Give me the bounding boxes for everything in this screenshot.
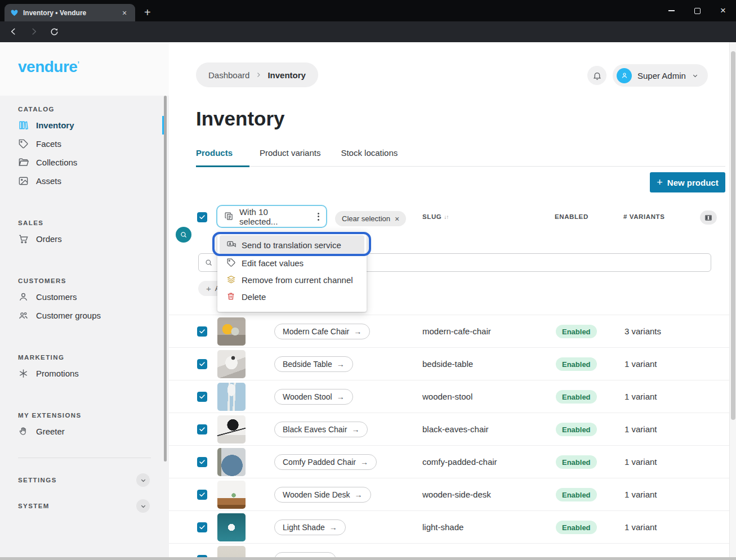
chevron-down-icon bbox=[692, 72, 699, 79]
sidebar-scrollbar[interactable] bbox=[164, 96, 167, 462]
clear-selection-button[interactable]: Clear selection × bbox=[335, 211, 406, 226]
table-row[interactable]: Modern Cafe Chair→ modern-cafe-chair Ena… bbox=[169, 315, 729, 347]
row-checkbox[interactable] bbox=[197, 457, 207, 467]
tab-stock-locations[interactable]: Stock locations bbox=[331, 147, 408, 167]
tag-icon bbox=[226, 258, 237, 268]
browser-tabbar: Inventory • Vendure × + × bbox=[0, 0, 736, 21]
sidebar-item-label: Collections bbox=[36, 158, 77, 167]
product-name-link[interactable]: Black Eaves Chair→ bbox=[274, 422, 368, 437]
table-row[interactable]: Wooden Side Desk→ wooden-side-desk Enabl… bbox=[169, 478, 729, 510]
sidebar-item-facets[interactable]: Facets bbox=[0, 135, 169, 153]
back-button[interactable] bbox=[7, 25, 20, 38]
arrow-right-icon: → bbox=[337, 360, 345, 369]
books-icon bbox=[18, 120, 29, 131]
page-scrollbar[interactable] bbox=[729, 42, 736, 560]
table-row[interactable]: Comfy Padded Chair→ comfy-padded-chair E… bbox=[169, 445, 729, 478]
scrollbar-thumb[interactable] bbox=[731, 51, 735, 420]
product-name-link[interactable]: Wooden Side Desk→ bbox=[274, 487, 371, 503]
column-header-variants: # VARIANTS bbox=[623, 213, 665, 220]
variant-count: 1 variant bbox=[625, 392, 657, 401]
tab-close-icon[interactable]: × bbox=[119, 8, 130, 18]
table-row[interactable]: Bedside Table→ bedside-table Enabled 1 v… bbox=[169, 347, 729, 380]
window-minimize-button[interactable] bbox=[658, 0, 684, 21]
product-name-link[interactable]: Light Shade→ bbox=[274, 519, 346, 535]
section-title-sales: SALES bbox=[18, 219, 169, 226]
user-menu[interactable]: Super Admin bbox=[613, 64, 708, 87]
columns-icon bbox=[704, 214, 712, 222]
row-checkbox[interactable] bbox=[197, 359, 207, 369]
status-badge: Enabled bbox=[556, 455, 597, 469]
sidebar: vendureʼ CATALOG Inventory Facets Collec… bbox=[0, 42, 169, 560]
vendure-favicon-heart-icon bbox=[10, 8, 19, 17]
window-maximize-button[interactable] bbox=[684, 0, 710, 21]
kebab-menu-icon[interactable] bbox=[318, 213, 319, 221]
sidebar-section-system[interactable]: SYSTEM bbox=[0, 496, 169, 516]
sidebar-item-collections[interactable]: Collections bbox=[0, 153, 169, 172]
menu-item-send-to-translation[interactable]: Send to translation service bbox=[220, 235, 364, 254]
product-name-link[interactable]: Modern Cafe Chair→ bbox=[274, 324, 370, 339]
tag-icon bbox=[18, 138, 29, 149]
sidebar-item-inventory[interactable]: Inventory bbox=[0, 116, 169, 135]
product-name-link[interactable]: Wooden Stool→ bbox=[274, 389, 353, 405]
select-all-checkbox[interactable] bbox=[197, 212, 207, 222]
table-row[interactable]: Light Shade→ light-shade Enabled 1 varia… bbox=[169, 510, 729, 543]
sidebar-item-label: Customers bbox=[36, 292, 77, 302]
new-product-button[interactable]: + New product bbox=[650, 172, 725, 192]
translate-icon bbox=[226, 240, 237, 250]
product-thumbnail bbox=[217, 317, 246, 346]
tab-products[interactable]: Products bbox=[196, 147, 249, 167]
product-name-link[interactable]: Bedside Table→ bbox=[274, 356, 353, 372]
section-title-my-extensions: MY EXTENSIONS bbox=[18, 412, 169, 419]
breadcrumb-current: Inventory bbox=[267, 70, 306, 80]
new-tab-button[interactable]: + bbox=[144, 7, 151, 18]
sidebar-item-label: Greeter bbox=[36, 427, 65, 436]
image-icon bbox=[18, 176, 29, 186]
sidebar-item-greeter[interactable]: Greeter bbox=[0, 422, 169, 441]
search-toggle-button[interactable] bbox=[176, 227, 191, 243]
vendure-logo: vendureʼ bbox=[0, 42, 169, 76]
menu-item-delete[interactable]: Delete bbox=[220, 288, 364, 305]
product-name-link[interactable]: Comfy Padded Chair→ bbox=[274, 454, 377, 470]
sidebar-item-label: Customer groups bbox=[36, 311, 101, 320]
table-row[interactable]: Wooden Stool→ wooden-stool Enabled 1 var… bbox=[169, 380, 729, 413]
sidebar-item-assets[interactable]: Assets bbox=[0, 172, 169, 190]
bulk-actions-button[interactable]: With 10 selected... bbox=[216, 205, 327, 228]
breadcrumb-dashboard-link[interactable]: Dashboard bbox=[208, 70, 249, 80]
tab-product-variants[interactable]: Product variants bbox=[249, 147, 331, 167]
forward-button[interactable] bbox=[27, 25, 41, 38]
menu-item-remove-from-channel[interactable]: Remove from current channel bbox=[220, 271, 364, 288]
browser-tab[interactable]: Inventory • Vendure × bbox=[5, 4, 135, 21]
column-header-slug[interactable]: SLUG↓↑ bbox=[422, 213, 448, 220]
sidebar-item-orders[interactable]: Orders bbox=[0, 230, 169, 248]
column-settings-button[interactable] bbox=[700, 210, 717, 225]
layers-icon bbox=[226, 275, 237, 285]
bulk-actions-label: With 10 selected... bbox=[239, 207, 309, 226]
product-thumbnail bbox=[217, 513, 246, 541]
arrow-right-icon: → bbox=[329, 523, 337, 532]
arrow-right-icon: → bbox=[360, 458, 368, 467]
sidebar-section-settings[interactable]: SETTINGS bbox=[0, 471, 169, 490]
table-row[interactable]: Black Eaves Chair→ black-eaves-chair Ena… bbox=[169, 413, 729, 445]
menu-item-edit-facet-values[interactable]: Edit facet values bbox=[220, 254, 364, 271]
sidebar-item-customers[interactable]: Customers bbox=[0, 288, 169, 306]
sidebar-nav: CATALOG Inventory Facets Collections Ass… bbox=[0, 96, 169, 560]
row-checkbox[interactable] bbox=[197, 326, 207, 337]
row-checkbox[interactable] bbox=[197, 392, 207, 402]
sidebar-item-customer-groups[interactable]: Customer groups bbox=[0, 306, 169, 325]
sort-icon[interactable]: ↓↑ bbox=[444, 214, 448, 220]
page-tabs: Products Product variants Stock location… bbox=[196, 147, 725, 167]
window-close-button[interactable]: × bbox=[710, 0, 736, 21]
chevron-down-icon[interactable] bbox=[136, 473, 150, 487]
product-slug: modern-cafe-chair bbox=[422, 326, 491, 336]
row-checkbox[interactable] bbox=[197, 522, 207, 532]
sidebar-item-promotions[interactable]: Promotions bbox=[0, 364, 169, 383]
chevron-down-icon[interactable] bbox=[136, 499, 150, 513]
variant-count: 1 variant bbox=[625, 424, 657, 434]
row-checkbox[interactable] bbox=[197, 490, 207, 500]
row-checkbox[interactable] bbox=[197, 424, 207, 434]
notifications-button[interactable] bbox=[587, 66, 606, 85]
reload-button[interactable] bbox=[47, 25, 61, 38]
product-slug: comfy-padded-chair bbox=[422, 457, 497, 467]
plus-icon: + bbox=[206, 284, 211, 293]
close-icon: × bbox=[720, 5, 726, 16]
